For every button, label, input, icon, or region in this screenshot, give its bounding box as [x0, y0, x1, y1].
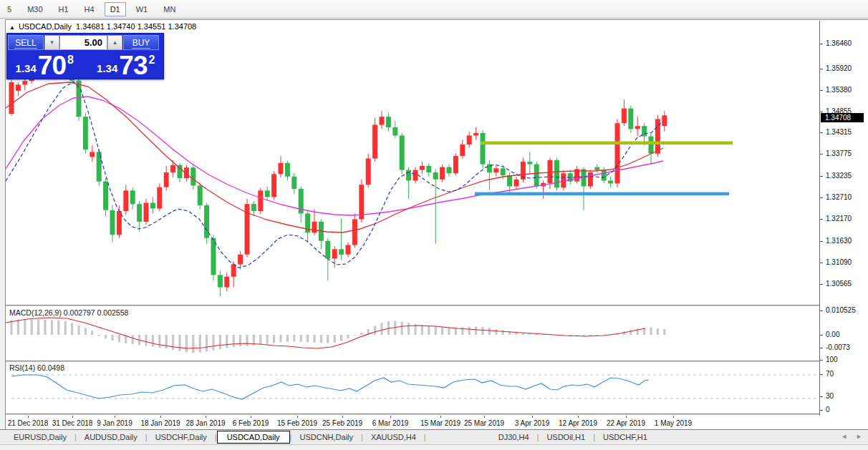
candle — [635, 117, 640, 137]
price-divider — [82, 52, 89, 79]
macd-histogram-bar — [320, 335, 322, 343]
candle — [339, 218, 344, 260]
buy-price-base: 1.34 — [97, 62, 117, 74]
price-axis-label-tick — [820, 284, 823, 285]
time-axis-tick — [484, 416, 485, 418]
macd-histogram-bar — [401, 322, 403, 335]
rsi-axis-label: 0 — [826, 406, 830, 414]
time-axis-tick — [297, 416, 298, 418]
tab-scroll-right-icon[interactable]: ► — [856, 433, 862, 440]
time-axis[interactable]: 21 Dec 201831 Dec 20189 Jan 201918 Jan 2… — [6, 416, 868, 430]
buy-price[interactable]: 1.34 73 2 — [89, 52, 164, 79]
macd-histogram-bar — [77, 326, 79, 335]
tab-audusd-daily[interactable]: AUDUSD,Daily — [77, 431, 145, 443]
tab-xauusd-h4[interactable]: XAUUSD,H4 — [363, 431, 424, 443]
candle — [204, 203, 209, 244]
tab-usdchf-daily[interactable]: USDCHF,Daily — [148, 431, 215, 443]
price-axis-label: 1.32170 — [826, 215, 852, 222]
candle — [144, 199, 149, 225]
timeframe-button-d1[interactable]: D1 — [105, 2, 126, 16]
timeframe-button-h1[interactable]: H1 — [53, 2, 74, 16]
candle — [9, 80, 14, 116]
candle — [103, 178, 108, 216]
price-axis-label-tick — [820, 263, 823, 263]
price-axis-label: 1.32710 — [826, 193, 852, 201]
candle — [184, 165, 189, 182]
macd-histogram-bar — [468, 327, 471, 335]
macd-histogram-bar — [17, 320, 19, 335]
macd-label: MACD(12,26,9) 0.002797 0.002558 — [9, 308, 128, 317]
tab-scroll-left-icon[interactable]: ◄ — [841, 433, 847, 440]
tab-usdcnh-daily[interactable]: USDCNH,Daily — [291, 431, 361, 443]
candle — [386, 112, 391, 131]
time-axis-tick — [390, 416, 391, 418]
candle — [467, 132, 472, 148]
candle — [534, 162, 539, 189]
candle — [649, 133, 654, 165]
volume-decrease-button[interactable]: ▼ — [44, 35, 59, 50]
volume-input[interactable] — [59, 35, 107, 50]
time-axis-tick — [673, 416, 674, 418]
macd-histogram-bar — [461, 327, 463, 335]
macd-histogram-bar — [64, 321, 67, 335]
candle — [157, 184, 162, 211]
buy-button[interactable]: BUY — [123, 35, 159, 50]
macd-histogram-bar — [630, 330, 632, 335]
macd-histogram-bar — [246, 335, 248, 346]
support-line[interactable] — [475, 192, 729, 196]
price-axis[interactable]: 1.364601.359201.353801.348551.343151.337… — [819, 21, 868, 416]
macd-axis-label: 0.00 — [826, 331, 839, 338]
macd-histogram-bar — [239, 335, 241, 346]
price-axis-label-tick — [820, 176, 823, 177]
macd-histogram-bar — [428, 326, 430, 335]
macd-histogram-bar — [192, 335, 194, 353]
tab-dj30-h4[interactable]: DJ30,H4 — [491, 431, 537, 443]
macd-histogram-bar — [408, 323, 410, 335]
splitter-macd-rsi[interactable] — [6, 361, 868, 363]
time-axis-tick — [251, 416, 251, 418]
timeframe-button-h4[interactable]: H4 — [79, 2, 100, 16]
timeframe-button-5[interactable]: 5 — [1, 2, 17, 16]
tab-usdchf-h1[interactable]: USDCHF,H1 — [595, 431, 655, 443]
buy-price-point: 2 — [148, 54, 155, 67]
macd-histogram-bar — [360, 333, 362, 335]
macd-histogram-bar — [448, 328, 450, 335]
macd-histogram-bar — [495, 329, 497, 335]
timeframe-button-mn[interactable]: MN — [158, 2, 181, 16]
timeframe-button-m30[interactable]: M30 — [21, 2, 48, 16]
macd-histogram-bar — [91, 331, 93, 335]
rsi-axis-label-tick — [820, 374, 823, 375]
rsi-pane[interactable] — [6, 362, 819, 414]
candle — [258, 187, 263, 214]
sell-price[interactable]: 1.34 70 8 — [7, 52, 82, 79]
time-axis-label: 18 Jan 2019 — [140, 419, 180, 427]
macd-histogram-bar — [118, 335, 120, 342]
tab-usdcad-daily[interactable]: USDCAD,Daily — [217, 431, 290, 444]
candle — [426, 163, 431, 177]
volume-increase-button[interactable]: ▲ — [107, 35, 122, 50]
macd-histogram-bar — [31, 319, 33, 335]
candle — [123, 185, 128, 215]
tab-eurusd-daily[interactable]: EURUSD,Daily — [6, 431, 74, 443]
splitter-price-macd[interactable] — [6, 305, 868, 307]
candle — [245, 199, 250, 258]
tab-usdoil-h1[interactable]: USDOil,H1 — [539, 431, 593, 443]
chart-window[interactable]: ▲USDCAD,Daily 1.34681 1.34740 1.34551 1.… — [5, 19, 868, 429]
candle — [487, 160, 492, 190]
resistance-line[interactable] — [481, 142, 733, 145]
candle — [77, 77, 82, 120]
macd-histogram-bar — [293, 335, 295, 341]
price-axis-label-tick — [820, 69, 823, 69]
macd-histogram-bar — [334, 335, 336, 343]
macd-histogram-bar — [199, 335, 201, 353]
buy-price-pips: 73 — [119, 54, 147, 77]
macd-histogram-bar — [226, 335, 228, 348]
timeframe-button-w1[interactable]: W1 — [130, 2, 154, 16]
candle — [299, 187, 304, 223]
candle — [332, 246, 337, 268]
candle — [453, 154, 458, 175]
candle — [198, 182, 203, 210]
sell-button[interactable]: SELL — [8, 35, 44, 50]
candle — [541, 181, 546, 199]
time-axis-label: 6 Feb 2019 — [233, 419, 269, 427]
